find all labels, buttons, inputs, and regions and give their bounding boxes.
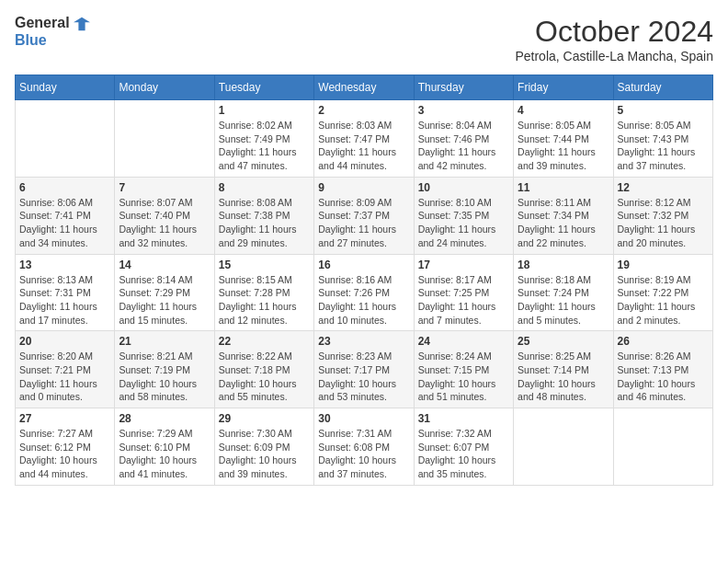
day-info: Sunrise: 8:20 AM Sunset: 7:21 PM Dayligh… <box>19 350 110 404</box>
day-info: Sunrise: 8:19 AM Sunset: 7:22 PM Dayligh… <box>618 273 709 327</box>
day-number: 20 <box>19 335 110 348</box>
day-info: Sunrise: 8:14 AM Sunset: 7:29 PM Dayligh… <box>119 273 210 327</box>
calendar-cell: 7Sunrise: 8:07 AM Sunset: 7:40 PM Daylig… <box>115 177 214 254</box>
logo: General Blue <box>15 15 90 48</box>
day-number: 26 <box>618 335 709 348</box>
calendar-cell: 11Sunrise: 8:11 AM Sunset: 7:34 PM Dayli… <box>514 177 613 254</box>
calendar-cell: 6Sunrise: 8:06 AM Sunset: 7:41 PM Daylig… <box>16 177 115 254</box>
day-info: Sunrise: 8:23 AM Sunset: 7:17 PM Dayligh… <box>318 350 409 404</box>
calendar-cell <box>16 100 115 178</box>
calendar-cell: 15Sunrise: 8:15 AM Sunset: 7:28 PM Dayli… <box>214 254 313 331</box>
calendar-cell: 24Sunrise: 8:24 AM Sunset: 7:15 PM Dayli… <box>414 331 513 408</box>
day-info: Sunrise: 8:08 AM Sunset: 7:38 PM Dayligh… <box>219 196 310 250</box>
calendar-cell <box>613 408 712 486</box>
calendar-cell: 31Sunrise: 7:32 AM Sunset: 6:07 PM Dayli… <box>414 408 513 486</box>
day-info: Sunrise: 7:31 AM Sunset: 6:08 PM Dayligh… <box>318 427 409 481</box>
day-number: 11 <box>518 181 609 194</box>
calendar-cell: 27Sunrise: 7:27 AM Sunset: 6:12 PM Dayli… <box>16 408 115 486</box>
calendar-cell: 22Sunrise: 8:22 AM Sunset: 7:18 PM Dayli… <box>214 331 313 408</box>
calendar-cell: 14Sunrise: 8:14 AM Sunset: 7:29 PM Dayli… <box>115 254 214 331</box>
calendar-cell: 4Sunrise: 8:05 AM Sunset: 7:44 PM Daylig… <box>514 100 613 178</box>
weekday-header: Friday <box>514 75 613 100</box>
day-number: 28 <box>119 412 210 425</box>
day-number: 29 <box>219 412 310 425</box>
day-number: 7 <box>119 181 210 194</box>
logo-text: General Blue <box>15 15 90 48</box>
day-info: Sunrise: 8:12 AM Sunset: 7:32 PM Dayligh… <box>618 196 709 250</box>
day-info: Sunrise: 8:26 AM Sunset: 7:13 PM Dayligh… <box>618 350 709 404</box>
day-info: Sunrise: 8:06 AM Sunset: 7:41 PM Dayligh… <box>19 196 110 250</box>
day-number: 15 <box>219 259 310 271</box>
day-info: Sunrise: 7:27 AM Sunset: 6:12 PM Dayligh… <box>19 427 110 481</box>
day-number: 19 <box>618 259 709 271</box>
day-number: 24 <box>418 335 509 348</box>
day-info: Sunrise: 8:25 AM Sunset: 7:14 PM Dayligh… <box>518 350 609 404</box>
calendar-cell: 20Sunrise: 8:20 AM Sunset: 7:21 PM Dayli… <box>16 331 115 408</box>
day-number: 18 <box>518 259 609 271</box>
day-info: Sunrise: 8:09 AM Sunset: 7:37 PM Dayligh… <box>318 196 409 250</box>
day-number: 23 <box>318 335 409 348</box>
calendar-cell: 9Sunrise: 8:09 AM Sunset: 7:37 PM Daylig… <box>314 177 414 254</box>
calendar-cell: 16Sunrise: 8:16 AM Sunset: 7:26 PM Dayli… <box>314 254 414 331</box>
day-number: 13 <box>19 259 110 271</box>
calendar-week-row: 1Sunrise: 8:02 AM Sunset: 7:49 PM Daylig… <box>16 100 713 178</box>
calendar: SundayMondayTuesdayWednesdayThursdayFrid… <box>15 75 713 486</box>
day-number: 27 <box>19 412 110 425</box>
calendar-cell: 30Sunrise: 7:31 AM Sunset: 6:08 PM Dayli… <box>314 408 414 486</box>
day-number: 16 <box>318 259 409 271</box>
day-info: Sunrise: 8:03 AM Sunset: 7:47 PM Dayligh… <box>318 119 409 173</box>
day-info: Sunrise: 8:05 AM Sunset: 7:43 PM Dayligh… <box>618 119 709 173</box>
day-info: Sunrise: 8:24 AM Sunset: 7:15 PM Dayligh… <box>418 350 509 404</box>
day-number: 31 <box>418 412 509 425</box>
calendar-cell: 3Sunrise: 8:04 AM Sunset: 7:46 PM Daylig… <box>414 100 513 178</box>
page-header: General Blue October 2024 Petrola, Casti… <box>15 15 713 63</box>
day-info: Sunrise: 8:11 AM Sunset: 7:34 PM Dayligh… <box>518 196 609 250</box>
calendar-cell: 2Sunrise: 8:03 AM Sunset: 7:47 PM Daylig… <box>314 100 414 178</box>
logo-line2: Blue <box>15 32 90 49</box>
day-number: 30 <box>318 412 409 425</box>
calendar-cell <box>115 100 214 178</box>
calendar-cell: 29Sunrise: 7:30 AM Sunset: 6:09 PM Dayli… <box>214 408 313 486</box>
day-number: 22 <box>219 335 310 348</box>
day-number: 3 <box>418 104 509 117</box>
day-number: 4 <box>518 104 609 117</box>
day-info: Sunrise: 8:18 AM Sunset: 7:24 PM Dayligh… <box>518 273 609 327</box>
day-info: Sunrise: 7:32 AM Sunset: 6:07 PM Dayligh… <box>418 427 509 481</box>
calendar-cell: 5Sunrise: 8:05 AM Sunset: 7:43 PM Daylig… <box>613 100 712 178</box>
calendar-week-row: 13Sunrise: 8:13 AM Sunset: 7:31 PM Dayli… <box>16 254 713 331</box>
calendar-cell: 26Sunrise: 8:26 AM Sunset: 7:13 PM Dayli… <box>613 331 712 408</box>
logo-bird-icon <box>74 16 90 32</box>
calendar-cell: 8Sunrise: 8:08 AM Sunset: 7:38 PM Daylig… <box>214 177 313 254</box>
calendar-cell <box>514 408 613 486</box>
logo-line1: General <box>15 15 90 32</box>
calendar-cell: 18Sunrise: 8:18 AM Sunset: 7:24 PM Dayli… <box>514 254 613 331</box>
calendar-week-row: 27Sunrise: 7:27 AM Sunset: 6:12 PM Dayli… <box>16 408 713 486</box>
calendar-cell: 17Sunrise: 8:17 AM Sunset: 7:25 PM Dayli… <box>414 254 513 331</box>
day-info: Sunrise: 8:02 AM Sunset: 7:49 PM Dayligh… <box>219 119 310 173</box>
day-info: Sunrise: 8:15 AM Sunset: 7:28 PM Dayligh… <box>219 273 310 327</box>
day-number: 8 <box>219 181 310 194</box>
day-info: Sunrise: 8:07 AM Sunset: 7:40 PM Dayligh… <box>119 196 210 250</box>
day-info: Sunrise: 8:16 AM Sunset: 7:26 PM Dayligh… <box>318 273 409 327</box>
day-number: 21 <box>119 335 210 348</box>
day-info: Sunrise: 8:17 AM Sunset: 7:25 PM Dayligh… <box>418 273 509 327</box>
day-info: Sunrise: 8:10 AM Sunset: 7:35 PM Dayligh… <box>418 196 509 250</box>
day-info: Sunrise: 8:04 AM Sunset: 7:46 PM Dayligh… <box>418 119 509 173</box>
day-number: 17 <box>418 259 509 271</box>
day-number: 10 <box>418 181 509 194</box>
svg-marker-0 <box>74 17 90 30</box>
day-number: 25 <box>518 335 609 348</box>
weekday-header-row: SundayMondayTuesdayWednesdayThursdayFrid… <box>16 75 713 100</box>
day-info: Sunrise: 8:05 AM Sunset: 7:44 PM Dayligh… <box>518 119 609 173</box>
day-number: 5 <box>618 104 709 117</box>
weekday-header: Sunday <box>16 75 115 100</box>
day-info: Sunrise: 8:21 AM Sunset: 7:19 PM Dayligh… <box>119 350 210 404</box>
month-year: October 2024 <box>515 15 713 49</box>
day-number: 14 <box>119 259 210 271</box>
day-info: Sunrise: 8:22 AM Sunset: 7:18 PM Dayligh… <box>219 350 310 404</box>
day-number: 1 <box>219 104 310 117</box>
calendar-cell: 10Sunrise: 8:10 AM Sunset: 7:35 PM Dayli… <box>414 177 513 254</box>
calendar-cell: 12Sunrise: 8:12 AM Sunset: 7:32 PM Dayli… <box>613 177 712 254</box>
calendar-cell: 23Sunrise: 8:23 AM Sunset: 7:17 PM Dayli… <box>314 331 414 408</box>
calendar-cell: 1Sunrise: 8:02 AM Sunset: 7:49 PM Daylig… <box>214 100 313 178</box>
